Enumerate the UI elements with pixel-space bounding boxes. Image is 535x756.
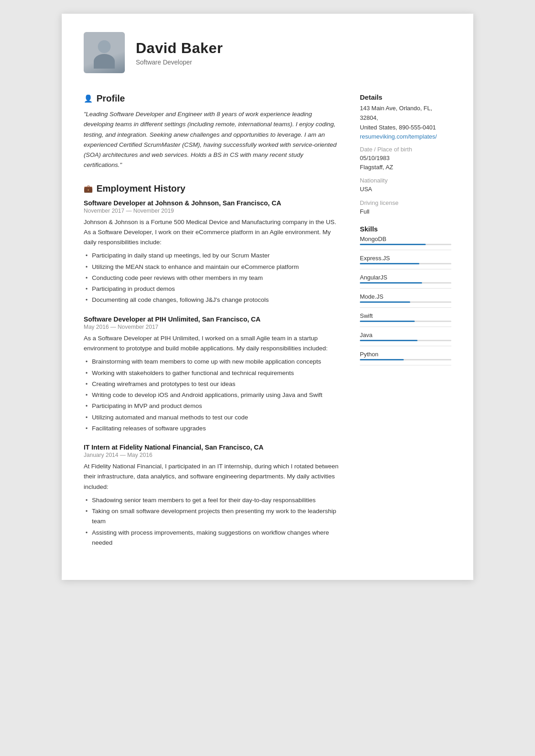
job-2-title: Software Developer at PIH Unlimited, San… — [84, 316, 342, 323]
resume-page: David Baker Software Developer 👤 Profile… — [62, 14, 473, 580]
skill-expressjs: Express.JS — [360, 255, 451, 264]
job-3-title: IT Intern at Fidelity National Financial… — [84, 444, 342, 451]
job-1-bullet-2: Utilizing the MEAN stack to enhance and … — [84, 262, 342, 272]
job-1-bullet-5: Documenting all code changes, following … — [84, 295, 342, 305]
job-2-bullets: Brainstorming with team members to come … — [84, 357, 342, 434]
skill-python: Python — [360, 351, 451, 360]
skill-python-bar-bg — [360, 359, 451, 360]
header: David Baker Software Developer — [84, 32, 451, 80]
address-line1: 143 Main Ave, Orlando, FL, 32804, — [360, 104, 451, 123]
skill-angularjs: AngularJS — [360, 274, 451, 284]
skills-section: Skills MongoDB Express.JS AngularJ — [360, 225, 451, 365]
employment-icon: 💼 — [84, 184, 93, 193]
skill-mongodb-name: MongoDB — [360, 236, 451, 242]
nationality-label: Nationality — [360, 177, 451, 184]
job-1-dates: November 2017 — November 2019 — [84, 208, 342, 214]
job-3-bullet-3: Assisting with process improvements, mak… — [84, 528, 342, 548]
candidate-subtitle: Software Developer — [136, 59, 223, 66]
profile-icon: 👤 — [84, 94, 93, 103]
skill-python-bar-fill — [360, 359, 404, 360]
skills-divider-4 — [360, 307, 451, 308]
job-1-title: Software Developer at Johnson & Johnson,… — [84, 199, 342, 207]
job-2-bullet-1: Brainstorming with team members to come … — [84, 357, 342, 367]
job-2-bullet-2: Working with stakeholders to gather func… — [84, 368, 342, 378]
profile-text: "Leading Software Developer and Engineer… — [84, 109, 342, 171]
details-title: Details — [360, 93, 451, 101]
skill-modejs-bar-bg — [360, 301, 451, 303]
job-1-bullets: Participating in daily stand up meetings… — [84, 251, 342, 305]
skill-mongodb-bar-bg — [360, 244, 451, 245]
job-2-bullet-5: Participating in MVP and product demos — [84, 401, 342, 411]
job-3-dates: January 2014 — May 2016 — [84, 452, 342, 458]
skill-expressjs-bar-fill — [360, 263, 419, 264]
job-2-dates: May 2016 — November 2017 — [84, 324, 342, 330]
skill-angularjs-name: AngularJS — [360, 274, 451, 281]
skill-expressjs-bar-bg — [360, 263, 451, 264]
main-layout: 👤 Profile "Leading Software Developer an… — [84, 93, 451, 558]
profile-section-title: 👤 Profile — [84, 93, 342, 104]
skill-mongodb-bar-fill — [360, 244, 426, 245]
job-1: Software Developer at Johnson & Johnson,… — [84, 199, 342, 306]
driving-value: Full — [360, 207, 451, 216]
job-2-bullet-6: Utilizing automated and manual methods t… — [84, 413, 342, 423]
skill-modejs-name: Mode.JS — [360, 293, 451, 300]
job-3-bullets: Shadowing senior team members to get a f… — [84, 495, 342, 548]
skills-title: Skills — [360, 225, 451, 233]
skill-swift-name: Swift — [360, 312, 451, 319]
job-3-bullet-2: Taking on small software development pro… — [84, 506, 342, 527]
skill-modejs-bar-fill — [360, 301, 410, 303]
job-2: Software Developer at PIH Unlimited, San… — [84, 316, 342, 434]
job-3-bullet-1: Shadowing senior team members to get a f… — [84, 495, 342, 505]
job-2-bullet-4: Writing code to develop iOS and Android … — [84, 390, 342, 400]
job-2-bullet-3: Creating wireframes and prototypes to te… — [84, 379, 342, 389]
skills-divider-1 — [360, 250, 451, 250]
dob-label: Date / Place of birth — [360, 146, 451, 153]
skill-java-bar-fill — [360, 340, 417, 341]
avatar — [84, 32, 125, 73]
job-3-desc: At Fidelity National Financial, I partic… — [84, 461, 342, 492]
job-2-desc: As a Software Developer at PIH Unlimited… — [84, 333, 342, 354]
job-1-bullet-4: Participating in product demos — [84, 284, 342, 294]
skill-modejs: Mode.JS — [360, 293, 451, 303]
header-info: David Baker Software Developer — [136, 40, 223, 66]
employment-section-title: 💼 Employment History — [84, 183, 342, 194]
skill-swift-bar-fill — [360, 321, 415, 322]
skill-java: Java — [360, 332, 451, 341]
job-1-bullet-1: Participating in daily stand up meetings… — [84, 251, 342, 261]
dob-value: 05/10/1983 — [360, 154, 451, 163]
skill-java-name: Java — [360, 332, 451, 338]
job-3: IT Intern at Fidelity National Financial… — [84, 444, 342, 548]
skill-java-bar-bg — [360, 340, 451, 341]
skills-divider-3 — [360, 288, 451, 289]
job-1-bullet-3: Conducting code peer reviews with other … — [84, 273, 342, 283]
skill-angularjs-bar-fill — [360, 282, 422, 284]
driving-label: Driving license — [360, 199, 451, 206]
birth-place: Flagstaff, AZ — [360, 163, 451, 172]
job-2-bullet-7: Facilitating releases of software upgrad… — [84, 424, 342, 434]
job-1-desc: Johnson & Johnson is a Fortune 500 Medic… — [84, 217, 342, 248]
skills-divider-5 — [360, 327, 451, 327]
left-column: 👤 Profile "Leading Software Developer an… — [84, 93, 342, 558]
skill-mongodb: MongoDB — [360, 236, 451, 245]
skill-angularjs-bar-bg — [360, 282, 451, 284]
right-column: Details 143 Main Ave, Orlando, FL, 32804… — [360, 93, 451, 558]
profile-title-text: Profile — [96, 93, 125, 104]
skills-divider-7 — [360, 365, 451, 365]
skill-swift-bar-bg — [360, 321, 451, 322]
details-section: Details 143 Main Ave, Orlando, FL, 32804… — [360, 93, 451, 216]
skills-divider-2 — [360, 269, 451, 269]
skills-divider-6 — [360, 346, 451, 346]
address-line2: United States, 890-555-0401 — [360, 123, 451, 133]
skill-expressjs-name: Express.JS — [360, 255, 451, 262]
website-link[interactable]: resumeviking.com/templates/ — [360, 133, 437, 140]
candidate-name: David Baker — [136, 40, 223, 57]
employment-title-text: Employment History — [96, 183, 185, 194]
skill-python-name: Python — [360, 351, 451, 358]
nationality-value: USA — [360, 185, 451, 194]
skill-swift: Swift — [360, 312, 451, 322]
